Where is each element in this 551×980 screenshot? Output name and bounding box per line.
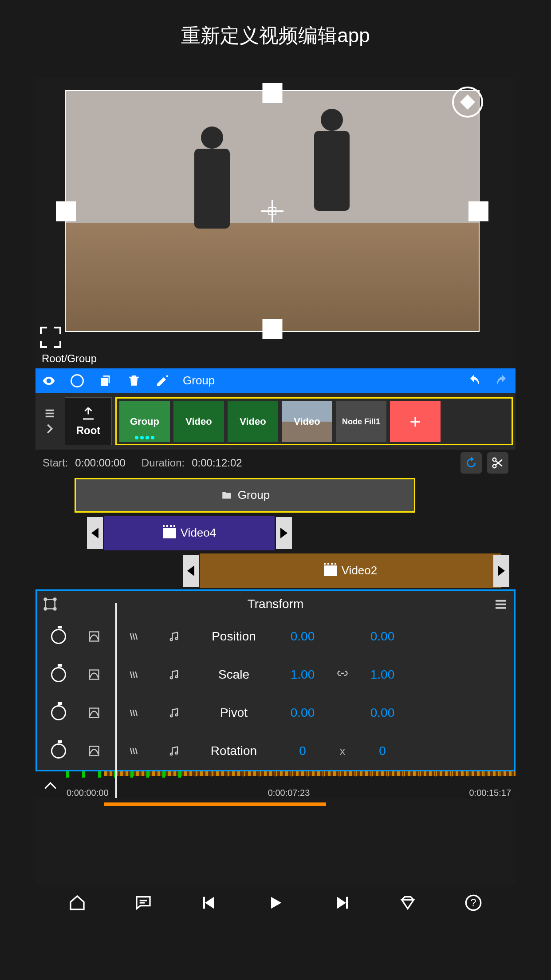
- resize-handle-left[interactable]: [56, 201, 76, 221]
- fullscreen-icon[interactable]: [40, 327, 61, 348]
- collapse-icon[interactable]: [43, 779, 56, 792]
- stopwatch-icon[interactable]: [51, 743, 66, 759]
- clip-node-fill[interactable]: Node Fill1: [336, 401, 386, 442]
- track-handle-right-2[interactable]: [493, 555, 509, 587]
- resize-handle-top[interactable]: [262, 83, 282, 103]
- side-tab[interactable]: [38, 395, 61, 447]
- film-icon: [324, 565, 337, 576]
- rotate-button[interactable]: [452, 87, 483, 118]
- track-block-video2[interactable]: Video2: [200, 553, 501, 588]
- ruler-range-bar[interactable]: [104, 802, 326, 806]
- transform-row-pivot: Pivot0.000.00: [37, 694, 514, 732]
- transform-label: Rotation: [194, 744, 274, 758]
- track-handle-right[interactable]: [276, 517, 292, 549]
- transform-value-b[interactable]: 0.00: [354, 706, 411, 720]
- link-icon[interactable]: [336, 667, 349, 680]
- curve-icon[interactable]: [88, 707, 100, 719]
- page-title: 重新定义视频编辑app: [0, 0, 551, 71]
- video-canvas[interactable]: [65, 90, 480, 332]
- play-icon[interactable]: [266, 893, 285, 913]
- svg-text:?: ?: [471, 897, 476, 909]
- stopwatch-icon[interactable]: [51, 629, 66, 644]
- clip-video-1[interactable]: Video: [173, 401, 224, 442]
- svg-point-9: [54, 608, 56, 610]
- scissors-icon[interactable]: [487, 452, 508, 474]
- edit-icon[interactable]: [154, 373, 170, 389]
- diamond-icon[interactable]: [398, 893, 417, 913]
- film-icon: [163, 528, 176, 538]
- transform-row-rotation: Rotation0x0: [37, 732, 514, 770]
- transform-row-scale: Scale1.001.00: [37, 656, 514, 694]
- curve-icon[interactable]: [88, 630, 100, 643]
- transform-value-b[interactable]: 0: [354, 744, 411, 758]
- transform-label: Pivot: [194, 706, 274, 720]
- svg-rect-1: [46, 413, 54, 415]
- stopwatch-icon[interactable]: [51, 705, 66, 720]
- root-cell[interactable]: Root: [65, 397, 112, 445]
- playhead[interactable]: [115, 603, 117, 798]
- clip-video-3[interactable]: Video: [282, 401, 332, 442]
- transform-value-a[interactable]: 0.00: [274, 629, 331, 644]
- ruler-time-1: 0:00:07:23: [268, 788, 310, 798]
- start-value[interactable]: 0:00:00:00: [75, 457, 125, 469]
- clip-video-2[interactable]: Video: [228, 401, 278, 442]
- music-icon[interactable]: [168, 668, 180, 681]
- timeline-ruler[interactable]: 0:00:00:00 0:00:07:23 0:00:15:17: [35, 771, 516, 798]
- transform-value-a[interactable]: 0: [274, 744, 331, 758]
- transform-value-a[interactable]: 1.00: [274, 668, 331, 682]
- add-clip-button[interactable]: +: [390, 401, 441, 442]
- preview-area[interactable]: Root/Group: [35, 78, 516, 351]
- toolbar-group-label: Group: [183, 374, 215, 387]
- wiggle-icon[interactable]: [128, 707, 140, 719]
- svg-point-7: [54, 598, 56, 601]
- svg-rect-12: [496, 607, 506, 609]
- help-icon[interactable]: ?: [464, 893, 483, 913]
- copy-icon[interactable]: [98, 373, 114, 389]
- track-block-video4[interactable]: Video4: [104, 516, 275, 550]
- menu-icon[interactable]: [494, 597, 508, 611]
- transform-value-b[interactable]: 1.00: [354, 668, 411, 682]
- track-block-group[interactable]: Group: [75, 478, 415, 513]
- wiggle-icon[interactable]: [128, 630, 140, 643]
- next-frame-icon[interactable]: [332, 893, 351, 913]
- svg-rect-10: [496, 600, 506, 602]
- ruler-time-2: 0:00:15:17: [469, 788, 511, 798]
- home-icon[interactable]: [67, 893, 87, 913]
- resize-handle-bottom[interactable]: [262, 319, 282, 339]
- resize-handle-right[interactable]: [468, 201, 488, 221]
- svg-rect-28: [346, 897, 348, 909]
- prev-frame-icon[interactable]: [200, 893, 219, 913]
- editor-frame: Root/Group Group Root Group Video Video …: [35, 78, 516, 921]
- refresh-icon[interactable]: [460, 452, 482, 474]
- svg-point-8: [44, 608, 47, 610]
- timing-bar: Start: 0:00:00:00 Duration: 0:00:12:02: [35, 450, 516, 476]
- track-handle-left-2[interactable]: [183, 555, 199, 587]
- wiggle-icon[interactable]: [128, 668, 140, 681]
- svg-point-21: [176, 714, 178, 716]
- music-icon[interactable]: [168, 745, 180, 757]
- trash-icon[interactable]: [126, 373, 142, 389]
- curve-icon[interactable]: [88, 745, 100, 757]
- track-group: Group: [35, 476, 516, 514]
- transform-value-b[interactable]: 0.00: [354, 629, 411, 644]
- wiggle-icon[interactable]: [128, 745, 140, 757]
- breadcrumb[interactable]: Root/Group: [42, 352, 97, 365]
- circle-icon[interactable]: [69, 373, 85, 389]
- svg-point-6: [44, 598, 47, 601]
- redo-icon[interactable]: [494, 373, 510, 389]
- curve-icon[interactable]: [88, 668, 100, 681]
- transform-box-icon[interactable]: [43, 597, 57, 611]
- track-handle-left[interactable]: [87, 517, 103, 549]
- svg-point-18: [176, 676, 178, 678]
- transform-value-a[interactable]: 0.00: [274, 706, 331, 720]
- visibility-icon[interactable]: [41, 373, 57, 389]
- comment-icon[interactable]: [134, 893, 153, 913]
- music-icon[interactable]: [168, 707, 180, 719]
- music-icon[interactable]: [168, 630, 180, 643]
- stopwatch-icon[interactable]: [51, 667, 66, 682]
- duration-value[interactable]: 0:00:12:02: [192, 457, 242, 469]
- clip-group[interactable]: Group: [119, 401, 170, 442]
- undo-icon[interactable]: [466, 373, 482, 389]
- clips-row: Root Group Video Video Video Node Fill1 …: [35, 393, 516, 450]
- svg-rect-2: [46, 416, 54, 418]
